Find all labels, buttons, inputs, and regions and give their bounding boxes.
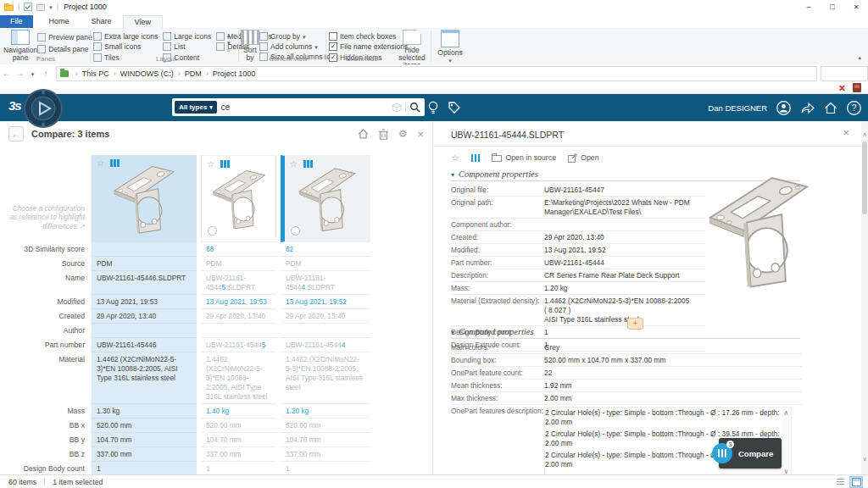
options-button[interactable]: Options xyxy=(433,28,467,64)
up-icon[interactable]: ↑ xyxy=(39,69,52,78)
tab-home[interactable]: Home xyxy=(38,15,81,28)
search-scope-dropdown[interactable]: All types xyxy=(175,101,217,114)
close-compare-icon[interactable] xyxy=(417,128,424,141)
property-row: Mean thickness:1.92 mm xyxy=(451,380,802,392)
section-computed-properties[interactable]: Computed properties xyxy=(451,327,800,339)
property-value: E:\Marketing\Projects\2022 Whats New - P… xyxy=(544,198,705,217)
lightbulb-icon[interactable] xyxy=(426,100,441,115)
collapse-triangle-icon[interactable] xyxy=(451,169,454,179)
compare-floating-button[interactable]: 3 Compare xyxy=(719,438,782,469)
layout-option-large-icons[interactable]: Large icons xyxy=(163,31,211,41)
chevron-down-icon[interactable] xyxy=(49,3,53,11)
compare-cell: 1.4462 (X2CrNiMoN22-5-3)*EN 10088-2:2005… xyxy=(281,352,370,404)
recent-locations-icon[interactable] xyxy=(26,69,39,78)
compare-cell: 13 Aug 2021, 19:53 xyxy=(92,295,197,309)
preview-pane-button[interactable]: Preview pane xyxy=(37,32,92,42)
layout-option-list[interactable]: List xyxy=(163,42,211,52)
share-icon[interactable] xyxy=(800,102,815,114)
checkbox-item-check-boxes[interactable]: Item check boxes xyxy=(329,31,395,41)
compare-cell: 520.00 mm xyxy=(281,419,370,433)
scroll-up-icon[interactable] xyxy=(227,32,231,39)
checked-checkbox-icon[interactable] xyxy=(329,42,337,51)
home-icon[interactable] xyxy=(824,102,837,114)
quick-access-toolbar[interactable]: | | xyxy=(0,3,58,11)
unchecked-checkbox-icon[interactable] xyxy=(329,32,337,41)
breadcrumb-item-project-1000[interactable]: Project 1000 xyxy=(211,69,258,78)
scroll-up-icon[interactable] xyxy=(861,131,868,138)
group-divider xyxy=(326,30,326,62)
reference-radio[interactable] xyxy=(208,226,217,236)
property-row: Original file:UBW-21161-45447 xyxy=(451,184,705,197)
compare-item-2-thumbnail[interactable] xyxy=(201,155,276,242)
property-row: Original path:E:\Marketing\Projects\2022… xyxy=(451,197,705,219)
button-label: Add columns xyxy=(270,42,312,51)
compare-item-3-thumbnail[interactable] xyxy=(281,155,370,242)
tab-file[interactable]: File xyxy=(0,15,33,28)
compare-cell xyxy=(92,242,197,257)
back-button[interactable] xyxy=(8,126,24,141)
trash-icon[interactable] xyxy=(379,129,388,140)
property-row: Part number:UBW-21161-45444 xyxy=(451,257,705,269)
dismiss-icon[interactable]: ✕ xyxy=(838,84,846,92)
layout-option-small-icons[interactable]: Small icons xyxy=(93,42,158,52)
divider xyxy=(434,146,861,147)
details-pane-button[interactable]: Details pane xyxy=(37,44,92,53)
compare-cell: UBW-21161-45446 xyxy=(92,338,197,352)
navigation-pane-button[interactable]: Navigation pane xyxy=(3,28,37,69)
ribbon-group-panes: Navigation pane Preview paneDetails pane… xyxy=(3,28,88,64)
breadcrumb-item-pdm[interactable]: PDM xyxy=(183,69,203,78)
checkbox-file-name-extensions[interactable]: File name extensions xyxy=(329,42,395,52)
chevron-down-icon xyxy=(303,32,306,41)
star-icon[interactable] xyxy=(451,152,459,164)
reference-radio[interactable] xyxy=(291,226,300,236)
open-in-source-button[interactable]: Open in source xyxy=(492,153,556,162)
search-box[interactable] xyxy=(821,66,868,81)
compare-bars-icon[interactable] xyxy=(471,154,481,162)
help-icon[interactable]: ? xyxy=(847,101,861,115)
compass-button[interactable] xyxy=(24,89,63,130)
address-box[interactable]: › This PC›WINDOWS (C:)›PDM›Project 1000 xyxy=(56,66,817,81)
maximize-button[interactable] xyxy=(821,1,844,14)
new-folder-icon[interactable] xyxy=(36,3,45,11)
details-view-toggle[interactable] xyxy=(833,476,847,488)
ribbon-group-layout: Extra large iconsSmall iconsTilesLarge i… xyxy=(93,28,239,64)
hide-selected-items-button[interactable]: Hide selected items xyxy=(395,28,429,69)
features-scrollbar[interactable] xyxy=(782,408,791,477)
scroll-down-icon[interactable] xyxy=(227,40,231,47)
search-input[interactable] xyxy=(217,103,392,112)
scroll-up-icon[interactable] xyxy=(784,408,789,418)
back-icon[interactable]: ← xyxy=(0,69,13,78)
star-icon[interactable] xyxy=(97,158,104,168)
tag-icon[interactable] xyxy=(447,100,462,115)
tab-share[interactable]: Share xyxy=(81,15,123,28)
sort-by-button[interactable]: Sort by xyxy=(241,28,259,69)
property-label: Component author: xyxy=(451,220,544,230)
thumbnail-view-toggle[interactable] xyxy=(849,476,863,488)
close-detail-icon[interactable] xyxy=(843,126,849,139)
notification-icon xyxy=(853,83,861,92)
compare-item-1-thumbnail[interactable] xyxy=(92,155,197,242)
home-icon[interactable] xyxy=(358,129,369,139)
detail-scrollbar[interactable] xyxy=(861,121,868,474)
layout-option-extra-large-icons[interactable]: Extra large icons xyxy=(93,31,158,41)
breadcrumb-item-this-pc[interactable]: This PC xyxy=(81,69,111,78)
compare-cell: 1.4462 (X2CrNiMoN22-5-3)*EN 10088-2:2005… xyxy=(92,352,197,404)
open-button[interactable]: Open xyxy=(568,153,599,163)
collapse-triangle-icon[interactable] xyxy=(451,327,454,336)
breadcrumb-item-windows-c-[interactable]: WINDOWS (C:) xyxy=(119,69,175,78)
scrollbar-thumb[interactable] xyxy=(862,141,867,214)
settings-gear-icon[interactable] xyxy=(398,128,408,140)
minimize-button[interactable] xyxy=(797,1,821,14)
close-button[interactable] xyxy=(844,1,868,14)
file-check-icon[interactable] xyxy=(24,3,32,11)
compare-row: Part numberUBW-21161-45446UBW-21161-4544… xyxy=(0,338,432,352)
search-icon[interactable] xyxy=(409,102,420,113)
avatar-icon[interactable] xyxy=(776,101,791,115)
scroll-down-icon[interactable] xyxy=(861,456,868,463)
forward-icon[interactable]: → xyxy=(13,69,25,78)
layout-scroll-buttons[interactable]: ≡ xyxy=(227,32,231,53)
more-icon[interactable]: ≡ xyxy=(227,47,231,53)
3d-cube-icon[interactable] xyxy=(392,103,402,113)
collapse-ribbon-icon[interactable] xyxy=(858,53,861,61)
tab-view[interactable]: View xyxy=(123,15,163,28)
